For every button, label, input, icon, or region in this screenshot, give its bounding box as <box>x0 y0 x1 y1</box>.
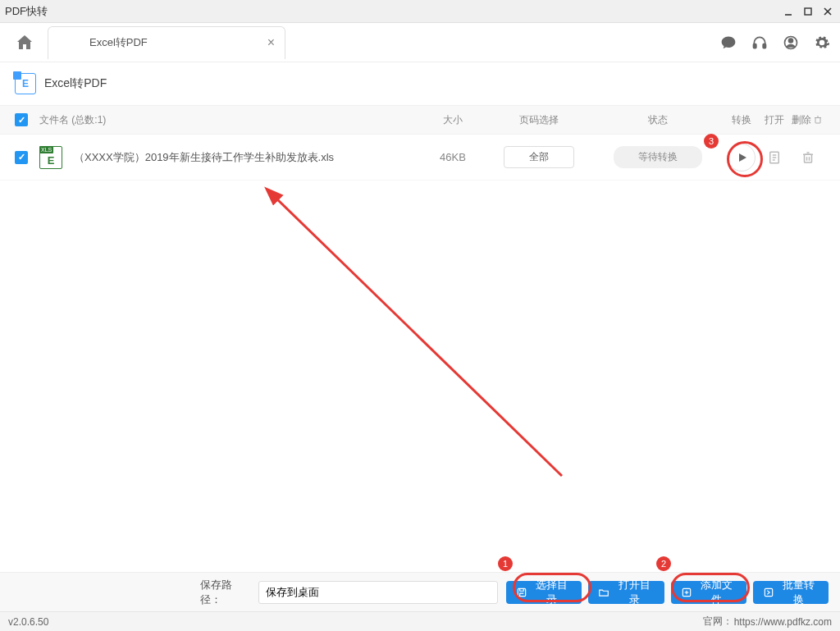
filename: （XXXX学院）2019年新生接待工作学生补助发放表.xls <box>74 150 334 165</box>
svg-rect-14 <box>805 154 812 162</box>
col-status: 状态 <box>592 113 724 127</box>
page-header: Excel转PDF <box>0 62 840 105</box>
select-all-checkbox[interactable] <box>15 113 28 126</box>
svg-rect-5 <box>763 43 765 48</box>
website-url[interactable]: https://www.pdfkz.com <box>734 616 832 628</box>
page-select-button[interactable]: 全部 <box>504 146 574 168</box>
home-button[interactable] <box>8 26 41 59</box>
svg-rect-8 <box>815 118 820 124</box>
excel-to-pdf-icon <box>15 73 36 94</box>
svg-rect-19 <box>765 588 772 596</box>
titlebar: PDF快转 <box>0 0 840 23</box>
col-filename: 文件名 (总数:1) <box>39 113 420 127</box>
svg-line-21 <box>275 197 562 476</box>
delete-button[interactable] <box>797 147 818 168</box>
window-title: PDF快转 <box>5 4 781 19</box>
window-controls <box>781 4 835 19</box>
statusbar: v2.0.6.50 官网： https://www.pdfkz.com <box>0 611 840 631</box>
col-size: 大小 <box>420 113 486 127</box>
gear-icon[interactable] <box>812 33 832 53</box>
save-path-input[interactable] <box>258 581 498 604</box>
file-size: 46KB <box>420 151 486 163</box>
col-convert: 转换 <box>724 113 760 127</box>
tab-close-icon[interactable]: × <box>267 35 275 50</box>
version-label: v2.0.6.50 <box>8 616 703 628</box>
save-path-label: 保存路径： <box>200 578 252 607</box>
batch-icon <box>763 587 774 598</box>
svg-rect-4 <box>754 43 756 48</box>
annotation-badge-1: 1 <box>498 556 513 571</box>
row-checkbox[interactable] <box>15 151 28 164</box>
batch-convert-button[interactable]: 批量转换 <box>753 581 829 604</box>
user-icon[interactable] <box>781 33 801 53</box>
headphones-icon[interactable] <box>750 33 769 53</box>
folder-icon <box>598 587 609 598</box>
maximize-button[interactable] <box>801 4 815 19</box>
col-delete: 删除 <box>789 113 825 127</box>
xls-file-icon: E XLS <box>39 146 62 169</box>
svg-rect-1 <box>805 8 811 15</box>
open-dir-button[interactable]: 打开目录 <box>588 581 664 604</box>
svg-rect-15 <box>518 588 526 596</box>
annotation-badge-2: 2 <box>656 556 671 571</box>
col-open: 打开 <box>760 113 789 127</box>
minimize-button[interactable] <box>781 4 796 19</box>
table-row: E XLS （XXXX学院）2019年新生接待工作学生补助发放表.xls 46K… <box>0 135 840 181</box>
add-file-button[interactable]: 添加文件 <box>671 581 746 604</box>
status-badge: 等待转换 <box>614 146 702 168</box>
tab-label: Excel转PDF <box>89 35 148 50</box>
save-icon <box>516 587 527 598</box>
chat-icon[interactable] <box>719 33 738 53</box>
toolbar-right <box>719 33 832 53</box>
svg-point-7 <box>789 39 793 43</box>
tab-excel-to-pdf[interactable]: Excel转PDF × <box>48 26 285 59</box>
col-pages: 页码选择 <box>486 113 592 127</box>
website-label: 官网： <box>703 615 733 629</box>
toolbar: Excel转PDF × <box>0 23 840 62</box>
page-title: Excel转PDF <box>44 76 107 91</box>
svg-marker-9 <box>739 153 746 162</box>
plus-icon <box>681 587 692 598</box>
bottom-bar: 保存路径： 选择目录 打开目录 添加文件 批量转换 <box>0 572 840 611</box>
open-file-button[interactable] <box>764 147 785 168</box>
table-header: 文件名 (总数:1) 大小 页码选择 状态 转换 打开 删除 <box>0 105 840 135</box>
select-dir-button[interactable]: 选择目录 <box>506 581 582 604</box>
close-button[interactable] <box>820 4 835 19</box>
convert-button[interactable] <box>728 144 756 171</box>
